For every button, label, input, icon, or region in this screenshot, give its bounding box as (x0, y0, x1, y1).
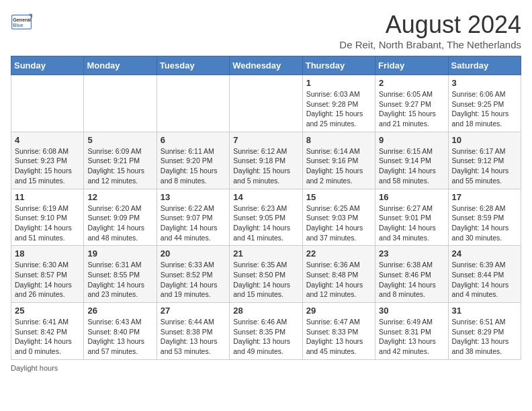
day-detail: Sunrise: 6:19 AMSunset: 9:10 PMDaylight:… (15, 203, 80, 243)
day-number: 1 (306, 78, 371, 88)
weekday-header: Wednesday (230, 56, 302, 75)
calendar-cell: 1Sunrise: 6:03 AMSunset: 9:28 PMDaylight… (302, 75, 375, 132)
day-number: 3 (452, 78, 517, 88)
calendar-cell: 24Sunrise: 6:39 AMSunset: 8:44 PMDayligh… (448, 246, 521, 303)
page-header: General Blue August 2024 De Reit, North … (11, 11, 521, 50)
calendar-cell: 20Sunrise: 6:33 AMSunset: 8:52 PMDayligh… (157, 246, 229, 303)
calendar-cell: 19Sunrise: 6:31 AMSunset: 8:55 PMDayligh… (84, 246, 157, 303)
day-number: 22 (306, 248, 371, 259)
calendar-cell: 29Sunrise: 6:47 AMSunset: 8:33 PMDayligh… (302, 303, 375, 360)
day-number: 20 (161, 248, 226, 259)
calendar-cell: 26Sunrise: 6:43 AMSunset: 8:40 PMDayligh… (84, 303, 157, 360)
calendar-cell: 22Sunrise: 6:36 AMSunset: 8:48 PMDayligh… (302, 246, 375, 303)
day-detail: Sunrise: 6:12 AMSunset: 9:18 PMDaylight:… (233, 146, 298, 186)
day-number: 21 (233, 248, 298, 259)
weekday-header: Tuesday (157, 56, 229, 75)
day-detail: Sunrise: 6:44 AMSunset: 8:38 PMDaylight:… (161, 317, 226, 357)
day-number: 24 (452, 248, 517, 259)
day-detail: Sunrise: 6:46 AMSunset: 8:35 PMDaylight:… (233, 317, 298, 357)
day-detail: Sunrise: 6:22 AMSunset: 9:07 PMDaylight:… (161, 203, 226, 243)
title-block: August 2024 De Reit, North Brabant, The … (339, 11, 521, 50)
day-number: 15 (306, 192, 371, 202)
footer-note: Daylight hours (11, 364, 521, 372)
day-number: 10 (452, 135, 517, 145)
day-number: 30 (379, 306, 444, 316)
day-number: 29 (306, 306, 371, 316)
calendar-cell: 21Sunrise: 6:35 AMSunset: 8:50 PMDayligh… (230, 246, 302, 303)
weekday-header: Saturday (448, 56, 521, 75)
day-detail: Sunrise: 6:11 AMSunset: 9:20 PMDaylight:… (161, 146, 226, 186)
calendar-cell: 8Sunrise: 6:14 AMSunset: 9:16 PMDaylight… (302, 132, 375, 189)
day-detail: Sunrise: 6:05 AMSunset: 9:27 PMDaylight:… (379, 89, 444, 129)
day-number: 18 (15, 248, 80, 259)
calendar-cell: 14Sunrise: 6:23 AMSunset: 9:05 PMDayligh… (230, 189, 302, 246)
calendar-cell: 17Sunrise: 6:28 AMSunset: 8:59 PMDayligh… (448, 189, 521, 246)
calendar-header-row: SundayMondayTuesdayWednesdayThursdayFrid… (11, 56, 521, 75)
day-number: 26 (87, 306, 152, 316)
day-number: 31 (452, 306, 517, 316)
calendar-table: SundayMondayTuesdayWednesdayThursdayFrid… (11, 56, 521, 360)
day-number: 12 (87, 192, 152, 202)
calendar-cell (230, 75, 302, 132)
day-detail: Sunrise: 6:23 AMSunset: 9:05 PMDaylight:… (233, 203, 298, 243)
calendar-cell: 10Sunrise: 6:17 AMSunset: 9:12 PMDayligh… (448, 132, 521, 189)
calendar-cell: 28Sunrise: 6:46 AMSunset: 8:35 PMDayligh… (230, 303, 302, 360)
day-number: 6 (161, 135, 226, 145)
weekday-header: Sunday (11, 56, 84, 75)
calendar-cell: 13Sunrise: 6:22 AMSunset: 9:07 PMDayligh… (157, 189, 229, 246)
calendar-cell: 16Sunrise: 6:27 AMSunset: 9:01 PMDayligh… (375, 189, 448, 246)
calendar-cell (11, 75, 84, 132)
calendar-cell: 27Sunrise: 6:44 AMSunset: 8:38 PMDayligh… (157, 303, 229, 360)
day-detail: Sunrise: 6:15 AMSunset: 9:14 PMDaylight:… (379, 146, 444, 186)
day-detail: Sunrise: 6:06 AMSunset: 9:25 PMDaylight:… (452, 89, 517, 129)
day-detail: Sunrise: 6:47 AMSunset: 8:33 PMDaylight:… (306, 317, 371, 357)
day-number: 23 (379, 248, 444, 259)
day-number: 4 (15, 135, 80, 145)
weekday-header: Friday (375, 56, 448, 75)
day-detail: Sunrise: 6:41 AMSunset: 8:42 PMDaylight:… (15, 317, 80, 357)
calendar-cell: 6Sunrise: 6:11 AMSunset: 9:20 PMDaylight… (157, 132, 229, 189)
day-number: 11 (15, 192, 80, 202)
day-detail: Sunrise: 6:49 AMSunset: 8:31 PMDaylight:… (379, 317, 444, 357)
calendar-cell: 4Sunrise: 6:08 AMSunset: 9:23 PMDaylight… (11, 132, 84, 189)
day-detail: Sunrise: 6:30 AMSunset: 8:57 PMDaylight:… (15, 260, 80, 300)
day-detail: Sunrise: 6:43 AMSunset: 8:40 PMDaylight:… (87, 317, 152, 357)
day-number: 8 (306, 135, 371, 145)
day-detail: Sunrise: 6:20 AMSunset: 9:09 PMDaylight:… (87, 203, 152, 243)
day-number: 13 (161, 192, 226, 202)
day-number: 19 (87, 248, 152, 259)
calendar-cell: 11Sunrise: 6:19 AMSunset: 9:10 PMDayligh… (11, 189, 84, 246)
day-detail: Sunrise: 6:25 AMSunset: 9:03 PMDaylight:… (306, 203, 371, 243)
page-subtitle: De Reit, North Brabant, The Netherlands (339, 39, 521, 50)
logo: General Blue (11, 11, 32, 32)
calendar-cell: 3Sunrise: 6:06 AMSunset: 9:25 PMDaylight… (448, 75, 521, 132)
day-number: 28 (233, 306, 298, 316)
day-number: 16 (379, 192, 444, 202)
calendar-week-row: 4Sunrise: 6:08 AMSunset: 9:23 PMDaylight… (11, 132, 521, 189)
day-detail: Sunrise: 6:28 AMSunset: 8:59 PMDaylight:… (452, 203, 517, 243)
day-number: 5 (87, 135, 152, 145)
calendar-cell: 2Sunrise: 6:05 AMSunset: 9:27 PMDaylight… (375, 75, 448, 132)
calendar-cell: 25Sunrise: 6:41 AMSunset: 8:42 PMDayligh… (11, 303, 84, 360)
day-detail: Sunrise: 6:17 AMSunset: 9:12 PMDaylight:… (452, 146, 517, 186)
day-detail: Sunrise: 6:35 AMSunset: 8:50 PMDaylight:… (233, 260, 298, 300)
day-number: 25 (15, 306, 80, 316)
calendar-cell: 23Sunrise: 6:38 AMSunset: 8:46 PMDayligh… (375, 246, 448, 303)
calendar-cell: 18Sunrise: 6:30 AMSunset: 8:57 PMDayligh… (11, 246, 84, 303)
day-detail: Sunrise: 6:36 AMSunset: 8:48 PMDaylight:… (306, 260, 371, 300)
day-detail: Sunrise: 6:31 AMSunset: 8:55 PMDaylight:… (87, 260, 152, 300)
calendar-cell: 7Sunrise: 6:12 AMSunset: 9:18 PMDaylight… (230, 132, 302, 189)
day-number: 2 (379, 78, 444, 88)
day-detail: Sunrise: 6:09 AMSunset: 9:21 PMDaylight:… (87, 146, 152, 186)
calendar-week-row: 1Sunrise: 6:03 AMSunset: 9:28 PMDaylight… (11, 75, 521, 132)
day-number: 7 (233, 135, 298, 145)
calendar-week-row: 11Sunrise: 6:19 AMSunset: 9:10 PMDayligh… (11, 189, 521, 246)
calendar-cell: 12Sunrise: 6:20 AMSunset: 9:09 PMDayligh… (84, 189, 157, 246)
day-detail: Sunrise: 6:51 AMSunset: 8:29 PMDaylight:… (452, 317, 517, 357)
svg-text:Blue: Blue (13, 22, 24, 28)
calendar-week-row: 18Sunrise: 6:30 AMSunset: 8:57 PMDayligh… (11, 246, 521, 303)
calendar-cell (157, 75, 229, 132)
day-number: 14 (233, 192, 298, 202)
calendar-cell: 31Sunrise: 6:51 AMSunset: 8:29 PMDayligh… (448, 303, 521, 360)
calendar-cell: 15Sunrise: 6:25 AMSunset: 9:03 PMDayligh… (302, 189, 375, 246)
